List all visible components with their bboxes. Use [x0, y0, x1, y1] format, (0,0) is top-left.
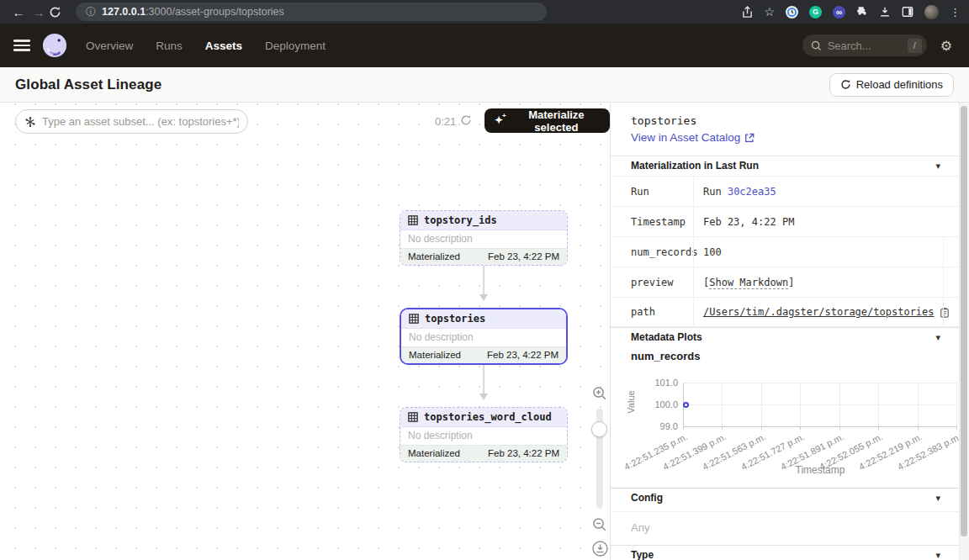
run-id-link[interactable]: 30c2ea35	[728, 186, 776, 198]
asset-timestamp: Feb 23, 4:22 PM	[488, 251, 559, 262]
refresh-timer: 0:21	[435, 115, 456, 128]
asset-subset-filter[interactable]	[15, 109, 248, 134]
metadata-row-run: Run Run 30c2ea35	[611, 176, 959, 206]
extension-grammarly-icon[interactable]: G	[809, 6, 822, 18]
asset-status: Materialized	[408, 448, 460, 459]
browser-reload-icon[interactable]	[49, 6, 69, 18]
asset-timestamp: Feb 23, 4:22 PM	[488, 448, 559, 459]
asset-node-topstories-word-cloud[interactable]: topstories_word_cloud No description Mat…	[400, 407, 568, 462]
chevron-down-icon: ▾	[935, 161, 940, 172]
table-column-divider	[943, 236, 944, 327]
share-icon[interactable]	[742, 6, 753, 18]
extensions-puzzle-icon[interactable]	[856, 6, 868, 18]
view-in-asset-catalog-link[interactable]: View in Asset Catalog	[631, 131, 755, 144]
asset-status: Materialized	[408, 251, 460, 262]
browser-forward-icon[interactable]: →	[29, 5, 49, 19]
metadata-row-timestamp: Timestamp Feb 23, 4:22 PM	[611, 206, 959, 236]
table-column-divider	[693, 176, 694, 327]
gridline	[918, 383, 919, 426]
asset-description: No description	[400, 427, 567, 445]
asset-description: No description	[400, 230, 567, 248]
section-materialization-last-run[interactable]: Materialization in Last Run ▾	[611, 156, 959, 175]
nav-item-overview[interactable]: Overview	[86, 40, 133, 52]
asset-status: Materialized	[409, 350, 461, 361]
asset-description: No description	[401, 329, 566, 346]
browser-back-icon[interactable]: ←	[8, 5, 29, 19]
copy-clipboard-icon[interactable]	[940, 307, 950, 318]
selected-asset-title: topstories	[631, 114, 696, 127]
chart-y-axis-title: Value	[626, 390, 636, 413]
settings-gear-icon[interactable]: ⚙	[940, 38, 952, 54]
nav-item-runs[interactable]: Runs	[156, 40, 183, 52]
materialize-selected-button[interactable]: ✦+ Materialize selected	[484, 108, 610, 133]
extension-goggles-icon[interactable]: ∞	[833, 6, 845, 18]
asset-graph-panel: 0:21 ✦+ Materialize selected topstory_id…	[0, 103, 611, 560]
nav-item-assets[interactable]: Assets	[205, 40, 242, 52]
refresh-icon	[840, 79, 851, 90]
zoom-slider-handle[interactable]	[591, 421, 607, 437]
gridline	[800, 383, 801, 426]
gridline	[683, 404, 957, 405]
section-type[interactable]: Type ▾	[611, 545, 959, 560]
metadata-row-num-records: num_records 100	[611, 236, 959, 267]
app-nav-bar: Overview Runs Assets Deployment / ⚙	[0, 24, 969, 67]
sparkle-icon: ✦+	[495, 114, 507, 126]
gridline	[956, 383, 957, 426]
bookmark-star-icon[interactable]: ☆	[764, 5, 775, 18]
chart-x-axis-title: Timestamp	[761, 464, 879, 476]
side-panel-icon[interactable]	[902, 6, 913, 18]
section-metadata-plots[interactable]: Metadata Plots ▾	[611, 327, 959, 346]
show-markdown-link[interactable]: Show Markdown	[709, 277, 788, 289]
graph-refresh-icon[interactable]	[460, 114, 472, 126]
asset-node-topstories[interactable]: topstories No description Materialized F…	[400, 308, 568, 365]
zoom-in-icon[interactable]	[592, 386, 607, 401]
table-icon	[408, 215, 418, 225]
profile-avatar[interactable]	[924, 5, 939, 19]
reload-definitions-button[interactable]: Reload definitions	[829, 73, 954, 97]
lineage-edge-arrow	[483, 266, 484, 299]
hamburger-menu-icon[interactable]	[13, 40, 30, 51]
section-config[interactable]: Config ▾	[611, 488, 959, 507]
gridline	[878, 383, 879, 426]
plot-title: num_records	[631, 350, 700, 362]
browser-menu-icon[interactable]: ⋮	[950, 6, 961, 18]
page-title: Global Asset Lineage	[15, 77, 162, 93]
gridline	[839, 383, 840, 426]
search-input[interactable]	[828, 40, 902, 52]
data-point[interactable]	[683, 402, 689, 408]
external-link-icon	[744, 133, 755, 143]
asset-details-panel: topstories View in Asset Catalog Materia…	[611, 103, 959, 560]
path-link[interactable]: /Users/tim/.dagster/storage/topstories	[703, 306, 935, 318]
page-header: Global Asset Lineage Reload definitions	[0, 67, 969, 103]
scrollbar-thumb[interactable]	[961, 106, 967, 536]
site-info-icon[interactable]: ⓘ	[86, 5, 96, 19]
downloads-icon[interactable]	[879, 6, 891, 18]
nav-item-deployment[interactable]: Deployment	[265, 40, 326, 52]
metadata-row-preview: preview [Show Markdown]	[611, 267, 959, 297]
y-tick-label: 100.0	[643, 399, 678, 409]
zoom-out-icon[interactable]	[592, 517, 607, 532]
config-value: Any	[631, 521, 649, 534]
extension-clock-icon[interactable]	[786, 6, 798, 18]
gridline	[761, 383, 762, 426]
url-text: 127.0.0.1:3000/asset-groups/topstories	[102, 6, 284, 18]
browser-toolbar: ← → ⓘ 127.0.0.1:3000/asset-groups/topsto…	[0, 0, 969, 24]
divider	[611, 511, 959, 512]
asset-node-topstory-ids[interactable]: topstory_ids No description Materialized…	[400, 210, 568, 266]
chevron-down-icon: ▾	[935, 332, 940, 343]
search-shortcut-badge: /	[908, 39, 922, 53]
global-search[interactable]: /	[802, 34, 927, 56]
search-icon	[811, 40, 822, 51]
y-tick-label: 99.0	[643, 421, 678, 431]
chevron-down-icon: ▾	[935, 493, 940, 504]
table-icon	[408, 412, 418, 422]
asset-subset-input[interactable]	[42, 115, 239, 128]
asset-name: topstory_ids	[424, 214, 497, 226]
gridline	[683, 383, 957, 383]
address-bar[interactable]: ⓘ 127.0.0.1:3000/asset-groups/topstories	[76, 3, 547, 21]
recenter-view-icon[interactable]	[592, 541, 608, 557]
chevron-down-icon: ▾	[935, 550, 940, 560]
dagster-logo[interactable]	[42, 33, 67, 58]
primary-nav: Overview Runs Assets Deployment	[86, 40, 326, 52]
y-tick-label: 101.0	[643, 378, 678, 388]
